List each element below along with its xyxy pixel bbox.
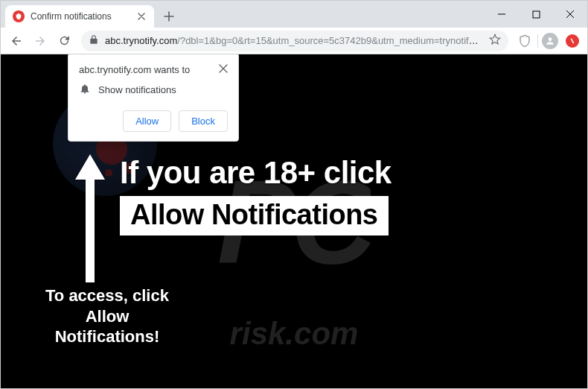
permission-origin: abc.trynotify.com wants to: [79, 64, 190, 75]
watermark-subtext: risk.com: [230, 316, 359, 352]
cta-pill: Allow Notifications: [120, 196, 389, 235]
svg-rect-0: [533, 11, 540, 18]
tab-title: Confirm notifications: [31, 11, 130, 22]
bookmark-star-icon[interactable]: [489, 34, 501, 48]
bell-icon: [79, 83, 91, 97]
browser-tab[interactable]: Confirm notifications: [5, 5, 154, 28]
up-arrow-icon: [72, 151, 108, 288]
ublock-extension-icon[interactable]: [514, 31, 535, 51]
separator: [537, 31, 538, 51]
new-tab-button[interactable]: [159, 6, 179, 27]
instruction-text: To access, click Allow Notifications!: [44, 285, 170, 347]
lock-icon: [89, 34, 99, 47]
permission-capability: Show notifications: [98, 84, 176, 95]
reload-button[interactable]: [53, 30, 75, 52]
allow-button[interactable]: Allow: [123, 110, 171, 132]
titlebar: Confirm notifications: [1, 1, 587, 28]
forward-button[interactable]: [29, 30, 51, 52]
url-text: abc.trynotify.com/?dbl=1&bg=0&rt=15&utm_…: [105, 35, 483, 46]
close-tab-icon[interactable]: [136, 11, 147, 22]
block-button[interactable]: Block: [179, 110, 228, 132]
page-viewport: PC risk.com If you are 18+ click Allow N…: [1, 54, 587, 389]
profile-avatar[interactable]: [540, 31, 560, 51]
notification-permission-dialog: abc.trynotify.com wants to Show notifica…: [68, 54, 239, 142]
adblock-extension-icon[interactable]: [562, 31, 583, 51]
close-window-button[interactable]: [553, 1, 587, 28]
maximize-button[interactable]: [519, 1, 553, 28]
toolbar: abc.trynotify.com/?dbl=1&bg=0&rt=15&utm_…: [1, 28, 587, 54]
minimize-button[interactable]: [485, 1, 519, 28]
close-icon[interactable]: [219, 64, 228, 75]
window-controls: [485, 1, 587, 28]
back-button[interactable]: [5, 30, 28, 52]
address-bar[interactable]: abc.trynotify.com/?dbl=1&bg=0&rt=15&utm_…: [81, 31, 508, 51]
headline-text: If you are 18+ click: [120, 155, 392, 191]
tab-favicon: [13, 10, 25, 22]
